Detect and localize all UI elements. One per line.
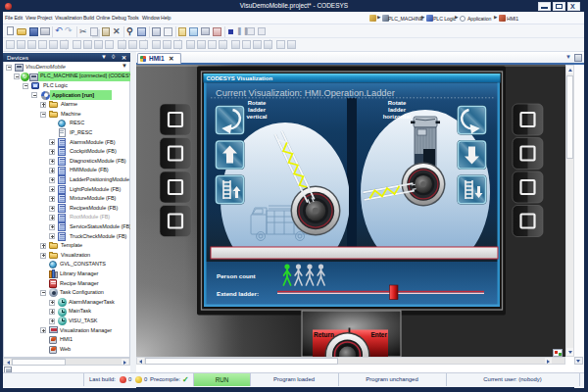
svg-text:Person count: Person count <box>217 272 256 279</box>
svg-text:Extend ladder:: Extend ladder: <box>217 290 259 297</box>
svg-text:horizontal: horizontal <box>383 114 412 120</box>
svg-text:Current Visualization: HMI.Ope: Current Visualization: HMI.Operation.Lad… <box>216 88 395 98</box>
svg-text:Return: Return <box>314 331 334 338</box>
svg-text:CODESYS Visualization: CODESYS Visualization <box>207 75 273 81</box>
svg-text:Rotate: Rotate <box>248 100 267 106</box>
svg-text:ladder: ladder <box>388 107 407 113</box>
svg-text:Enter: Enter <box>370 331 387 338</box>
svg-text:ladder: ladder <box>248 107 267 113</box>
svg-text:Rotate: Rotate <box>388 100 407 106</box>
svg-text:vertical: vertical <box>246 114 267 120</box>
